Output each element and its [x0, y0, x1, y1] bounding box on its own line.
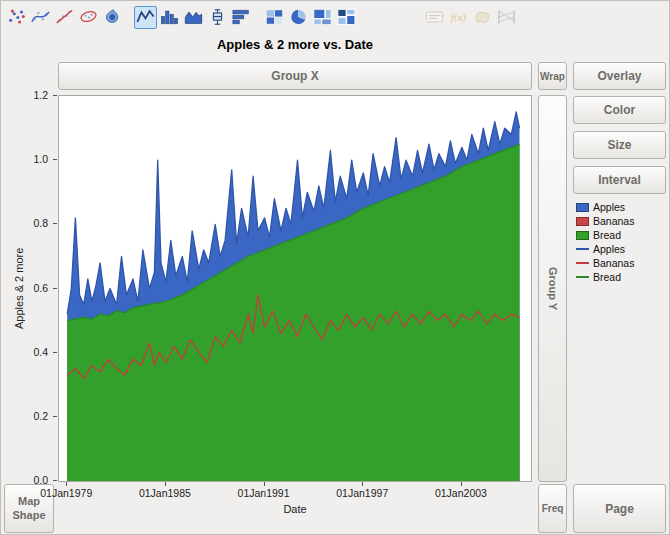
y-tick-mark	[53, 480, 57, 481]
x-tick-mark	[362, 482, 363, 486]
svg-text:f(x): f(x)	[451, 11, 466, 24]
y-tick-mark	[53, 288, 57, 289]
x-tick-label: 01Jan1985	[133, 487, 197, 499]
legend-swatch-line	[576, 262, 589, 264]
map-shapes-icon[interactable]	[471, 6, 494, 29]
legend-swatch-fill	[576, 203, 589, 212]
ellipse-icon[interactable]	[77, 6, 100, 29]
legend-item-apples-fill: Apples	[576, 200, 668, 214]
formula-icon[interactable]: f(x)	[447, 6, 470, 29]
chart-title: Apples & 2 more vs. Date	[58, 37, 532, 52]
drop-zone-freq[interactable]: Freq	[538, 484, 567, 533]
chart-canvas	[59, 96, 531, 481]
legend-item-bread-fill: Bread	[576, 228, 668, 242]
y-axis: 0.00.20.40.60.81.01.2	[1, 95, 57, 484]
points-icon[interactable]	[5, 6, 28, 29]
drop-zone-size[interactable]: Size	[573, 131, 666, 159]
histogram-icon[interactable]	[230, 6, 253, 29]
x-tick-mark	[66, 482, 67, 486]
drop-zone-interval[interactable]: Interval	[573, 166, 666, 194]
legend-label: Apples	[593, 243, 625, 255]
legend-label: Bananas	[593, 215, 634, 227]
legend-label: Bananas	[593, 257, 634, 269]
y-tick-label: 0.4	[8, 346, 48, 358]
bar-icon[interactable]	[158, 6, 181, 29]
x-axis: 01Jan197901Jan198501Jan199101Jan199701Ja…	[58, 482, 532, 500]
y-tick-mark	[53, 352, 57, 353]
box-plot-icon[interactable]	[206, 6, 229, 29]
y-tick-mark	[53, 159, 57, 160]
x-tick-mark	[461, 482, 462, 486]
plot-area[interactable]	[58, 95, 532, 482]
y-tick-label: 1.2	[8, 89, 48, 101]
legend-label: Bread	[593, 229, 621, 241]
drop-zone-overlay[interactable]: Overlay	[573, 62, 666, 90]
legend-item-bananas-line: Bananas	[576, 256, 668, 270]
x-tick-mark	[165, 482, 166, 486]
legend: ApplesBananasBreadApplesBananasBread	[576, 200, 668, 284]
y-tick-mark	[53, 95, 57, 96]
area-icon[interactable]	[182, 6, 205, 29]
x-axis-title: Date	[58, 503, 532, 515]
element-type-toolbar: f(x)	[5, 4, 519, 30]
x-tick-label: 01Jan2003	[429, 487, 493, 499]
y-tick-label: 0.2	[8, 410, 48, 422]
x-tick-label: 01Jan1997	[330, 487, 394, 499]
drop-zone-wrap[interactable]: Wrap	[538, 62, 567, 90]
drop-zone-color[interactable]: Color	[573, 96, 666, 124]
line-icon[interactable]	[134, 6, 157, 29]
group-y-label: Group Y	[547, 267, 559, 310]
y-tick-label: 0.8	[8, 217, 48, 229]
x-tick-label: 01Jan1991	[232, 487, 296, 499]
y-tick-mark	[53, 223, 57, 224]
drop-zone-group-y[interactable]: Group Y	[538, 95, 567, 482]
x-tick-mark	[264, 482, 265, 486]
legend-item-bread-line: Bread	[576, 270, 668, 284]
mosaic-icon[interactable]	[335, 6, 358, 29]
legend-swatch-fill	[576, 217, 589, 226]
legend-label: Apples	[593, 201, 625, 213]
treemap-icon[interactable]	[311, 6, 334, 29]
legend-label: Bread	[593, 271, 621, 283]
drop-zone-group-x[interactable]: Group X	[58, 62, 532, 90]
x-tick-label: 01Jan1979	[34, 487, 98, 499]
y-tick-label: 1.0	[8, 153, 48, 165]
parallel-icon[interactable]	[495, 6, 518, 29]
legend-item-bananas-fill: Bananas	[576, 214, 668, 228]
y-tick-label: 0.6	[8, 282, 48, 294]
drop-zone-page[interactable]: Page	[573, 484, 666, 533]
legend-swatch-line	[576, 248, 589, 250]
legend-swatch-fill	[576, 231, 589, 240]
legend-swatch-line	[576, 276, 589, 278]
legend-item-apples-line: Apples	[576, 242, 668, 256]
y-tick-mark	[53, 416, 57, 417]
y-tick-label: 0.0	[8, 474, 48, 486]
pie-icon[interactable]	[287, 6, 310, 29]
graph-builder-window: f(x) Apples & 2 more vs. Date Group X Wr…	[0, 0, 670, 535]
contour-icon[interactable]	[101, 6, 124, 29]
caption-box-icon[interactable]	[423, 6, 446, 29]
heatmap-icon[interactable]	[263, 6, 286, 29]
line-of-fit-icon[interactable]	[53, 6, 76, 29]
smoother-icon[interactable]	[29, 6, 52, 29]
